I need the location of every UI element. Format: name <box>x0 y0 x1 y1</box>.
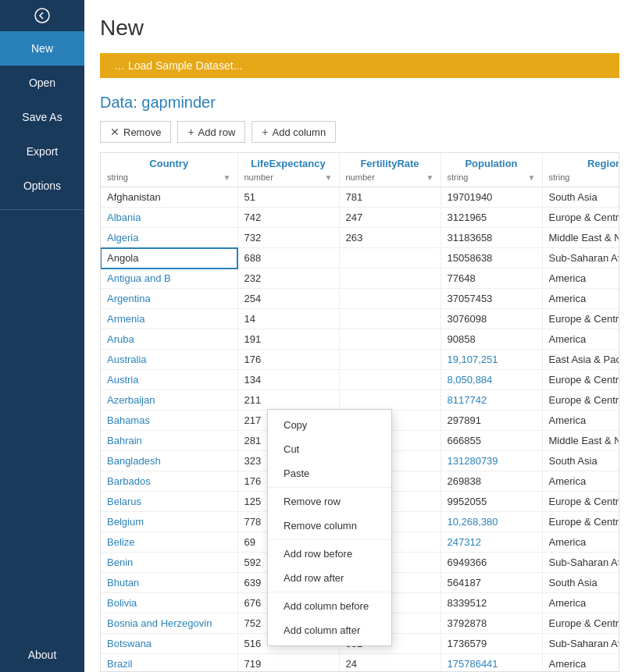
cell-population: 8117742 <box>441 390 542 411</box>
table-row: Antigua and B23277648America <box>101 268 619 289</box>
sidebar-divider <box>0 209 84 210</box>
cell-country[interactable]: Belize <box>101 532 237 553</box>
cell-country[interactable]: Austria <box>101 370 237 390</box>
context-divider-2 <box>268 539 391 540</box>
sidebar-item-about[interactable]: About <box>0 638 84 672</box>
cell-population: 10,268,380 <box>441 512 542 532</box>
cell-population: 175786441 <box>441 654 542 673</box>
cell-fertility-rate <box>339 248 441 268</box>
cell-population: 8339512 <box>441 593 542 613</box>
remove-icon: ✕ <box>110 126 120 138</box>
cell-country[interactable]: Botswana <box>101 634 237 654</box>
table-row: Afghanistan5178119701940South Asia <box>101 187 619 208</box>
cell-country[interactable]: Albania <box>101 208 237 228</box>
sidebar-item-saveas[interactable]: Save As <box>0 100 84 134</box>
cell-region: Middle East & North Af <box>542 228 619 248</box>
cell-country[interactable]: Benin <box>101 553 237 573</box>
col-population: Population string ▼ <box>441 153 542 187</box>
context-add-column-before[interactable]: Add column before <box>268 594 391 618</box>
cell-population: 31183658 <box>441 228 542 248</box>
cell-country[interactable]: Bahamas <box>101 411 237 431</box>
context-add-column-after[interactable]: Add column after <box>268 618 391 642</box>
context-paste[interactable]: Paste <box>268 461 391 485</box>
cell-country[interactable]: Belarus <box>101 492 237 512</box>
cell-region: Europe & Central Asia <box>542 309 619 329</box>
cell-region: South Asia <box>542 573 619 593</box>
cell-life-expectancy: 688 <box>237 248 339 268</box>
cell-region: America <box>542 411 619 431</box>
context-remove-row[interactable]: Remove row <box>268 489 391 514</box>
cell-region: Sub-Saharan Africa <box>542 553 619 573</box>
add-row-icon: + <box>187 126 194 138</box>
table-row: Argentina25437057453America <box>101 289 619 309</box>
cell-fertility-rate <box>339 370 441 390</box>
cell-country[interactable]: Bahrain <box>101 431 237 451</box>
back-button[interactable] <box>0 0 84 31</box>
context-add-row-after[interactable]: Add row after <box>268 566 391 590</box>
country-type-dropdown[interactable]: ▼ <box>223 173 231 182</box>
cell-population: 37057453 <box>441 289 542 309</box>
table-row: Albania7422473121965Europe & Central Asi… <box>101 208 619 228</box>
cell-life-expectancy: 732 <box>237 228 339 248</box>
cell-fertility-rate <box>339 390 441 411</box>
fertility-type-dropdown[interactable]: ▼ <box>426 173 434 182</box>
cell-population: 1736579 <box>441 634 542 654</box>
cell-population: 19701940 <box>441 187 542 208</box>
toolbar: ✕ Remove + Add row + Add column <box>100 121 619 143</box>
sidebar-item-open[interactable]: Open <box>0 66 84 100</box>
context-add-row-before[interactable]: Add row before <box>268 542 391 566</box>
cell-country[interactable]: Australia <box>101 350 237 370</box>
cell-country[interactable]: Afghanistan <box>101 187 237 208</box>
cell-population: 3792878 <box>441 613 542 634</box>
cell-region: Europe & Central Asia <box>542 390 619 411</box>
table-row: Azerbaijan2118117742Europe & Central Asi… <box>101 390 619 411</box>
life-type-dropdown[interactable]: ▼ <box>325 173 333 182</box>
cell-fertility-rate <box>339 309 441 329</box>
cell-population: 297891 <box>441 411 542 431</box>
cell-region: Europe & Central Asia <box>542 370 619 390</box>
sidebar: New Open Save As Export Options About <box>0 0 84 672</box>
cell-country[interactable]: Brazil <box>101 654 237 673</box>
cell-country[interactable]: Armenia <box>101 309 237 329</box>
cell-country[interactable]: Bolivia <box>101 593 237 613</box>
cell-country[interactable]: Argentina <box>101 289 237 309</box>
cell-country[interactable]: Belgium <box>101 512 237 532</box>
cell-country[interactable]: Azerbaijan <box>101 390 237 411</box>
load-sample-button[interactable]: … Load Sample Dataset... <box>100 53 619 78</box>
sidebar-item-export[interactable]: Export <box>0 134 84 169</box>
add-column-button[interactable]: + Add column <box>252 121 336 143</box>
cell-region: America <box>542 471 619 492</box>
cell-life-expectancy: 14 <box>237 309 339 329</box>
cell-country[interactable]: Angola <box>101 248 237 268</box>
cell-region: Europe & Central Asia <box>542 492 619 512</box>
context-cut[interactable]: Cut <box>268 437 391 461</box>
cell-region: South Asia <box>542 451 619 471</box>
cell-population: 666855 <box>441 431 542 451</box>
cell-population: 8,050,884 <box>441 370 542 390</box>
cell-country[interactable]: Antigua and B <box>101 268 237 289</box>
main-content: New … Load Sample Dataset... Data: gapmi… <box>84 0 635 672</box>
cell-country[interactable]: Bhutan <box>101 573 237 593</box>
cell-country[interactable]: Algeria <box>101 228 237 248</box>
cell-population: 90858 <box>441 329 542 350</box>
remove-button[interactable]: ✕ Remove <box>100 121 171 143</box>
cell-fertility-rate <box>339 268 441 289</box>
context-divider-3 <box>268 592 391 592</box>
cell-life-expectancy: 742 <box>237 208 339 228</box>
cell-country[interactable]: Bosnia and Herzegovin <box>101 613 237 634</box>
cell-population: 3076098 <box>441 309 542 329</box>
load-btn-ellipsis-icon: … <box>114 59 125 72</box>
cell-country[interactable]: Aruba <box>101 329 237 350</box>
data-label: Data: gapminder <box>100 94 619 112</box>
sidebar-item-options[interactable]: Options <box>0 169 84 203</box>
cell-fertility-rate: 247 <box>339 208 441 228</box>
context-copy[interactable]: Copy <box>268 413 391 437</box>
sidebar-item-new[interactable]: New <box>0 31 84 66</box>
add-row-button[interactable]: + Add row <box>177 121 245 143</box>
population-type-dropdown[interactable]: ▼ <box>528 173 536 182</box>
cell-country[interactable]: Barbados <box>101 471 237 492</box>
cell-country[interactable]: Bangladesh <box>101 451 237 471</box>
cell-region: Europe & Central Asia <box>542 613 619 634</box>
context-remove-column[interactable]: Remove column <box>268 514 391 538</box>
table-row: Brazil71924175786441America <box>101 654 619 673</box>
